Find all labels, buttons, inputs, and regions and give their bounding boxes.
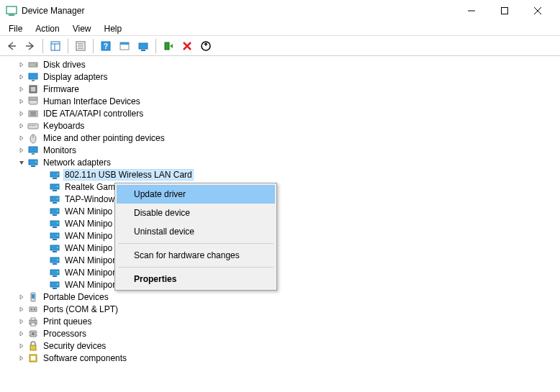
svg-point-58 — [57, 222, 58, 224]
back-button[interactable] — [3, 38, 20, 54]
network-adapter-icon — [49, 279, 60, 291]
mouse-icon — [27, 132, 39, 144]
context-uninstall-device[interactable]: Uninstall device — [117, 222, 275, 241]
tree-category[interactable]: Print queues — [0, 315, 560, 327]
ports-icon — [27, 304, 39, 315]
show-hide-tree-button[interactable] — [47, 38, 64, 54]
chevron-right-icon[interactable] — [17, 305, 26, 314]
svg-rect-34 — [30, 125, 31, 126]
tree-category-label: Security devices — [42, 341, 107, 351]
update-button[interactable] — [197, 38, 214, 54]
context-scan-hardware[interactable]: Scan for hardware changes — [117, 246, 275, 265]
tree-device[interactable]: WAN Minipo — [0, 205, 560, 217]
menu-help[interactable]: Help — [99, 22, 128, 35]
chevron-right-icon[interactable] — [17, 85, 26, 94]
tree-device[interactable]: WAN Minipo — [0, 229, 560, 242]
context-separator — [118, 267, 274, 268]
svg-point-77 — [31, 309, 32, 310]
tree-category[interactable]: IDE ATA/ATAPI controllers — [0, 107, 560, 119]
tree-category[interactable]: Processors — [0, 327, 560, 339]
chevron-right-icon[interactable] — [17, 146, 26, 155]
svg-rect-45 — [53, 178, 57, 179]
menu-action[interactable]: Action — [30, 22, 65, 35]
tree-category[interactable]: Portable Devices — [0, 291, 560, 303]
firmware-icon — [27, 83, 39, 95]
chevron-down-icon[interactable] — [17, 158, 26, 167]
chevron-right-icon[interactable] — [17, 109, 26, 118]
svg-rect-24 — [32, 80, 35, 81]
chevron-right-icon[interactable] — [17, 354, 26, 363]
network-adapter-icon — [49, 181, 60, 193]
svg-rect-16 — [120, 42, 129, 45]
svg-rect-76 — [30, 307, 37, 311]
tree-device[interactable]: 802.11n USB Wireless LAN Card — [0, 168, 560, 181]
window-controls — [455, 0, 554, 22]
network-adapter-icon — [49, 193, 60, 205]
menu-file[interactable]: File — [3, 22, 28, 35]
tree-device[interactable]: TAP-Window — [0, 193, 560, 205]
tree-category[interactable]: Ports (COM & LPT) — [0, 303, 560, 315]
svg-rect-75 — [32, 294, 35, 298]
tree-category[interactable]: Display adapters — [0, 70, 560, 83]
chevron-right-icon[interactable] — [17, 317, 26, 326]
tree-category[interactable]: Monitors — [0, 144, 560, 156]
tree-device[interactable]: WAN Minipo — [0, 242, 560, 254]
cpu-icon — [27, 328, 39, 339]
tree-category[interactable]: Human Interface Devices — [0, 95, 560, 107]
chevron-right-icon[interactable] — [17, 134, 26, 142]
tree-device[interactable]: WAN Minipo — [0, 217, 560, 229]
help-button[interactable]: ? — [97, 38, 114, 54]
keyboard-icon — [27, 120, 39, 132]
menu-view[interactable]: View — [67, 22, 97, 35]
tree-category[interactable]: Firmware — [0, 83, 560, 95]
tree-category[interactable]: Mice and other pointing devices — [0, 132, 560, 144]
chevron-right-icon[interactable] — [17, 73, 26, 81]
chevron-right-icon[interactable] — [17, 122, 26, 130]
chevron-right-icon[interactable] — [17, 342, 26, 350]
uninstall-button[interactable] — [179, 38, 196, 54]
svg-rect-54 — [53, 214, 57, 216]
tree-spacer — [39, 268, 48, 277]
toolbar: ? — [0, 36, 560, 56]
properties-button[interactable] — [72, 38, 89, 54]
disk-icon — [27, 59, 39, 70]
tree-device[interactable]: WAN Miniport (SSTP) — [0, 278, 560, 291]
svg-point-67 — [57, 259, 58, 260]
svg-rect-17 — [139, 43, 148, 49]
close-button[interactable] — [521, 0, 554, 22]
context-disable-device[interactable]: Disable device — [117, 204, 275, 222]
tree-spacer — [39, 170, 48, 179]
tree-device[interactable]: Realtek Gami — [0, 181, 560, 193]
chevron-right-icon[interactable] — [17, 329, 26, 338]
chevron-right-icon[interactable] — [17, 293, 26, 301]
svg-rect-83 — [32, 332, 35, 335]
minimize-button[interactable] — [455, 0, 488, 22]
svg-rect-81 — [31, 323, 35, 326]
tree-category-label: Monitors — [42, 145, 78, 155]
chevron-right-icon[interactable] — [17, 60, 26, 69]
svg-point-46 — [57, 173, 58, 175]
tree-device-label: Realtek Gami — [63, 182, 119, 192]
forward-button[interactable] — [22, 38, 39, 54]
tree-device[interactable]: WAN Miniport (PPPOE) — [0, 254, 560, 266]
tree-category[interactable]: Security devices — [0, 339, 560, 352]
tree-device-label: WAN Minipo — [63, 206, 114, 216]
chevron-right-icon[interactable] — [17, 97, 26, 106]
maximize-button[interactable] — [488, 0, 521, 22]
display-icon — [27, 71, 39, 83]
context-update-driver[interactable]: Update driver — [117, 185, 275, 204]
tree-category[interactable]: Software components — [0, 352, 560, 364]
scan-button[interactable] — [135, 38, 152, 54]
network-adapter-icon — [49, 267, 60, 278]
tree-device[interactable]: WAN Miniport (PPTP) — [0, 266, 560, 278]
tree-category[interactable]: Network adapters — [0, 156, 560, 168]
ide-icon — [27, 108, 39, 119]
svg-rect-90 — [31, 356, 35, 360]
enable-button[interactable] — [160, 38, 177, 54]
tree-category[interactable]: Keyboards — [0, 119, 560, 132]
context-properties[interactable]: Properties — [117, 270, 275, 288]
device-tree[interactable]: Disk drivesDisplay adaptersFirmwareHuman… — [0, 56, 560, 392]
network-adapter-icon — [49, 230, 60, 242]
tree-category[interactable]: Disk drives — [0, 58, 560, 70]
action-button[interactable] — [116, 38, 133, 54]
